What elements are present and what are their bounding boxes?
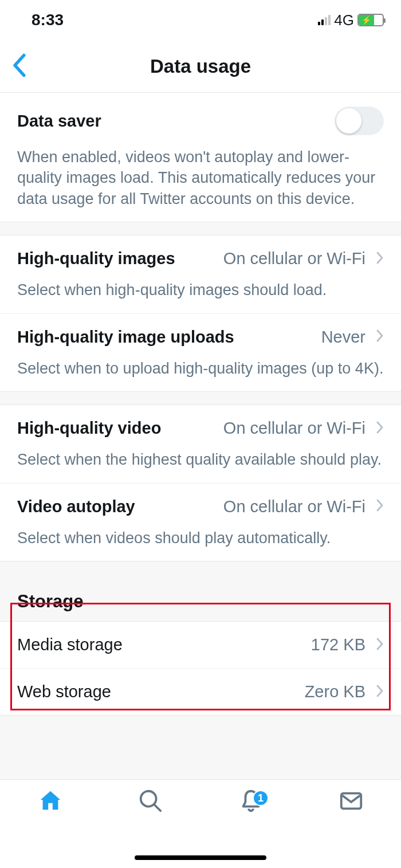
- video-autoplay-title: Video autoplay: [17, 497, 135, 516]
- network-label: 4G: [334, 11, 354, 29]
- row-video-autoplay[interactable]: Video autoplay On cellular or Wi-Fi Sele…: [0, 484, 401, 561]
- data-saver-toggle[interactable]: [335, 107, 384, 135]
- status-bar: 8:33 4G ⚡: [0, 0, 401, 40]
- cellular-signal-icon: [318, 15, 331, 25]
- search-icon: [137, 788, 164, 814]
- hq-images-value: On cellular or Wi-Fi: [223, 249, 365, 268]
- section-data-saver: Data saver When enabled, videos won't au…: [0, 93, 401, 222]
- hq-uploads-title: High-quality image uploads: [17, 328, 234, 347]
- chevron-right-icon: [376, 498, 384, 514]
- chevron-right-icon: [376, 637, 384, 653]
- notification-badge: 1: [253, 790, 269, 806]
- hq-images-title: High-quality images: [17, 249, 175, 268]
- storage-heading: Storage: [0, 574, 401, 621]
- section-storage: Media storage 172 KB Web storage Zero KB: [0, 621, 401, 716]
- web-storage-value: Zero KB: [305, 682, 365, 701]
- chevron-right-icon: [376, 329, 384, 345]
- home-icon: [37, 788, 64, 814]
- svg-line-1: [154, 804, 160, 811]
- data-saver-title: Data saver: [17, 112, 101, 131]
- row-hq-uploads[interactable]: High-quality image uploads Never Select …: [0, 314, 401, 391]
- chevron-right-icon: [376, 251, 384, 267]
- hq-uploads-value: Never: [321, 328, 365, 347]
- nav-header: Data usage: [0, 40, 401, 93]
- section-video: High-quality video On cellular or Wi-Fi …: [0, 404, 401, 561]
- chevron-right-icon: [376, 684, 384, 700]
- section-images: High-quality images On cellular or Wi-Fi…: [0, 235, 401, 392]
- media-storage-value: 172 KB: [311, 635, 365, 654]
- media-storage-title: Media storage: [17, 635, 123, 654]
- hq-uploads-desc: Select when to upload high-quality image…: [17, 358, 384, 379]
- data-saver-desc: When enabled, videos won't autoplay and …: [17, 147, 384, 209]
- hq-video-title: High-quality video: [17, 419, 161, 438]
- hq-images-desc: Select when high-quality images should l…: [17, 280, 384, 300]
- video-autoplay-value: On cellular or Wi-Fi: [223, 497, 365, 516]
- mail-icon: [338, 788, 364, 814]
- video-autoplay-desc: Select when videos should play automatic…: [17, 528, 384, 548]
- status-right: 4G ⚡: [318, 11, 384, 29]
- status-time: 8:33: [32, 11, 64, 29]
- page-title: Data usage: [150, 56, 251, 77]
- row-data-saver[interactable]: Data saver When enabled, videos won't au…: [0, 93, 401, 222]
- battery-icon: ⚡: [357, 14, 384, 26]
- chevron-right-icon: [376, 421, 384, 437]
- tab-bar: 1: [0, 779, 401, 868]
- row-media-storage[interactable]: Media storage 172 KB: [0, 622, 401, 669]
- row-web-storage[interactable]: Web storage Zero KB: [0, 669, 401, 715]
- back-button[interactable]: [11, 53, 26, 80]
- web-storage-title: Web storage: [17, 682, 111, 701]
- tab-home[interactable]: [0, 788, 100, 868]
- hq-video-desc: Select when the highest quality availabl…: [17, 449, 384, 470]
- hq-video-value: On cellular or Wi-Fi: [223, 419, 365, 438]
- home-indicator: [135, 855, 266, 860]
- row-hq-images[interactable]: High-quality images On cellular or Wi-Fi…: [0, 235, 401, 313]
- row-hq-video[interactable]: High-quality video On cellular or Wi-Fi …: [0, 405, 401, 483]
- tab-messages[interactable]: [301, 788, 401, 868]
